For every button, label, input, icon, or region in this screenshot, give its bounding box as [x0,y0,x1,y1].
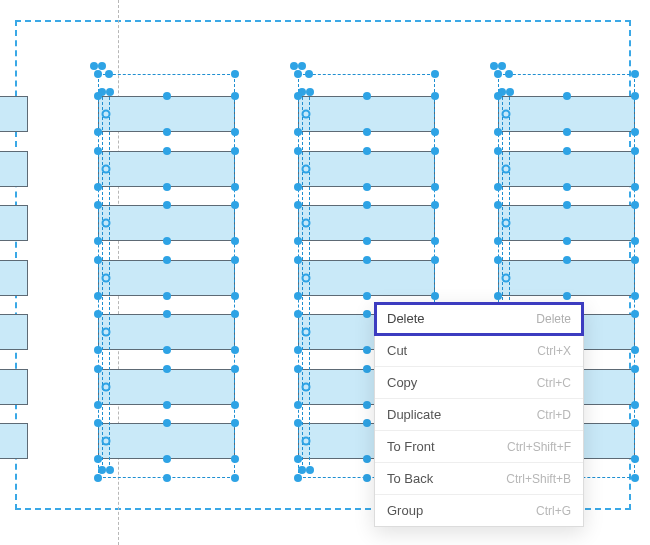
selection-handle[interactable] [294,70,302,78]
selection-handle[interactable] [631,474,639,482]
context-menu-item-shortcut: Ctrl+X [537,344,571,358]
selection-handle[interactable] [306,466,314,474]
selection-handle[interactable] [231,70,239,78]
shape[interactable] [498,260,635,296]
shape[interactable] [298,260,435,296]
context-menu-item-label: To Back [387,471,433,486]
shape[interactable] [98,314,235,350]
shape[interactable] [298,151,435,187]
selection-handle[interactable] [290,62,298,70]
context-menu-item[interactable]: To FrontCtrl+Shift+F [375,431,583,463]
design-canvas[interactable]: DeleteDeleteCutCtrl+XCopyCtrl+CDuplicate… [0,0,650,545]
shape-column [80,0,235,545]
selection-handle[interactable] [98,466,106,474]
shape[interactable] [0,369,28,405]
context-menu-item-shortcut: Ctrl+Shift+F [507,440,571,454]
shape[interactable] [0,314,28,350]
selection-handle[interactable] [298,466,306,474]
shape[interactable] [498,151,635,187]
shape[interactable] [0,96,28,132]
context-menu-item-shortcut: Delete [536,312,571,326]
selection-handle[interactable] [94,474,102,482]
shape[interactable] [298,205,435,241]
selection-handle[interactable] [363,474,371,482]
context-menu-item-shortcut: Ctrl+G [536,504,571,518]
shape[interactable] [0,151,28,187]
context-menu-item-shortcut: Ctrl+D [537,408,571,422]
selection-handle[interactable] [106,466,114,474]
selection-handle[interactable] [298,88,306,96]
context-menu-item-label: Copy [387,375,417,390]
selection-handle[interactable] [498,62,506,70]
selection-handle[interactable] [98,62,106,70]
shape[interactable] [298,96,435,132]
selection-handle[interactable] [94,70,102,78]
context-menu-item-label: To Front [387,439,435,454]
shape[interactable] [98,205,235,241]
selection-handle[interactable] [490,62,498,70]
selection-handle[interactable] [505,70,513,78]
context-menu-item[interactable]: DuplicateCtrl+D [375,399,583,431]
selection-handle[interactable] [631,70,639,78]
context-menu-item-label: Group [387,503,423,518]
shape[interactable] [0,423,28,459]
selection-handle[interactable] [305,70,313,78]
selection-handle[interactable] [431,70,439,78]
context-menu-item-label: Delete [387,311,425,326]
shape[interactable] [98,260,235,296]
context-menu-item-shortcut: Ctrl+Shift+B [506,472,571,486]
selection-handle[interactable] [98,88,106,96]
selection-handle[interactable] [105,70,113,78]
selection-handle[interactable] [494,70,502,78]
shape[interactable] [498,96,635,132]
selection-handle[interactable] [506,88,514,96]
context-menu[interactable]: DeleteDeleteCutCtrl+XCopyCtrl+CDuplicate… [374,302,584,527]
shape[interactable] [98,423,235,459]
shape[interactable] [0,205,28,241]
context-menu-item-label: Duplicate [387,407,441,422]
selection-handle[interactable] [163,474,171,482]
selection-handle[interactable] [90,62,98,70]
context-menu-item[interactable]: To BackCtrl+Shift+B [375,463,583,495]
shape[interactable] [98,151,235,187]
shape[interactable] [98,369,235,405]
context-menu-item[interactable]: GroupCtrl+G [375,495,583,526]
context-menu-item-shortcut: Ctrl+C [537,376,571,390]
context-menu-item[interactable]: CopyCtrl+C [375,367,583,399]
selection-handle[interactable] [106,88,114,96]
selection-handle[interactable] [298,62,306,70]
selection-handle[interactable] [498,88,506,96]
selection-handle[interactable] [231,474,239,482]
shape[interactable] [0,260,28,296]
context-menu-item[interactable]: CutCtrl+X [375,335,583,367]
context-menu-item-label: Cut [387,343,407,358]
shape[interactable] [98,96,235,132]
selection-handle[interactable] [306,88,314,96]
shape[interactable] [498,205,635,241]
context-menu-item[interactable]: DeleteDelete [375,303,583,335]
selection-handle[interactable] [294,474,302,482]
